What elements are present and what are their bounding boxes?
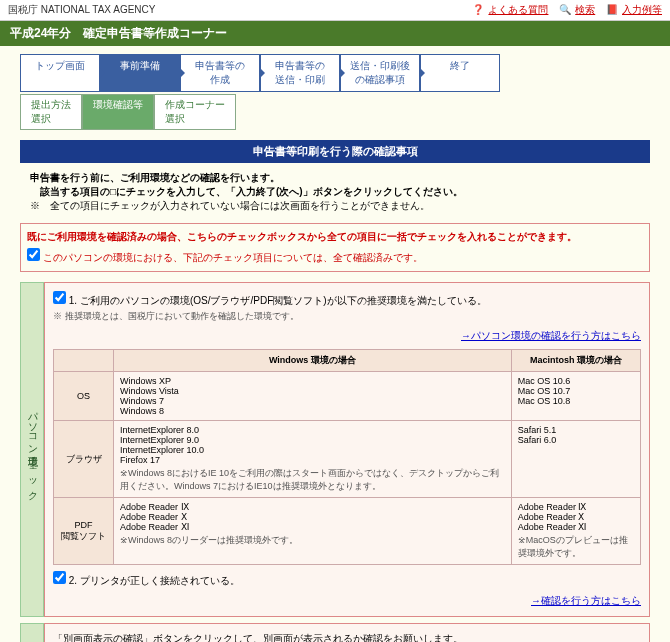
tab-top[interactable]: トップ画面 bbox=[20, 54, 100, 92]
subtab-method[interactable]: 提出方法 選択 bbox=[20, 94, 82, 130]
tab-create[interactable]: 申告書等の 作成 bbox=[180, 54, 260, 92]
subtab-corner[interactable]: 作成コーナー 選択 bbox=[154, 94, 236, 130]
faq-link[interactable]: よくある質問 bbox=[488, 4, 548, 15]
sub-tabs: 提出方法 選択 環境確認等 作成コーナー 選択 bbox=[20, 94, 650, 130]
page-title: 平成24年分 確定申告書等作成コーナー bbox=[0, 21, 670, 46]
wizard-tabs: トップ画面 事前準備 申告書等の 作成 申告書等の 送信・印刷 送信・印刷後 の… bbox=[20, 54, 650, 92]
env-check-link[interactable]: →パソコン環境の確認を行う方はこちら bbox=[461, 330, 641, 341]
check-2[interactable]: 2. プリンタが正しく接続されている。 bbox=[53, 575, 240, 586]
check-1[interactable]: 1. ご利用のパソコンの環境(OS/ブラウザ/PDF閲覧ソフト)が以下の推奨環境… bbox=[53, 295, 487, 306]
bulk-check-box: 既にご利用環境を確認済みの場合、こちらのチェックボックスから全ての項目に一括でチ… bbox=[20, 223, 650, 272]
agency-label: 国税庁 NATIONAL TAX AGENCY bbox=[8, 3, 155, 17]
tab-end[interactable]: 終了 bbox=[420, 54, 500, 92]
subtab-env[interactable]: 環境確認等 bbox=[82, 94, 154, 130]
env-table: Windows 環境の場合Macintosh 環境の場合 OSWindows X… bbox=[53, 349, 641, 565]
help-link[interactable]: 入力例等 bbox=[622, 4, 662, 15]
section1-label: パソコン環境チェック bbox=[20, 282, 44, 617]
intro-text: 申告書を行う前に、ご利用環境などの確認を行います。 該当する項目の□にチェックを… bbox=[20, 171, 650, 213]
search-link[interactable]: 検索 bbox=[575, 4, 595, 15]
bulk-check[interactable]: このパソコンの環境における、下記のチェック項目については、全て確認済みです。 bbox=[27, 252, 423, 263]
tab-after[interactable]: 送信・印刷後 の確認事項 bbox=[340, 54, 420, 92]
printer-link[interactable]: →確認を行う方はこちら bbox=[531, 595, 641, 606]
tab-prep[interactable]: 事前準備 bbox=[100, 54, 180, 92]
section2-label: パソコンの 設定 bbox=[20, 623, 44, 642]
tab-send[interactable]: 申告書等の 送信・印刷 bbox=[260, 54, 340, 92]
section-heading: 申告書等印刷を行う際の確認事項 bbox=[20, 140, 650, 163]
